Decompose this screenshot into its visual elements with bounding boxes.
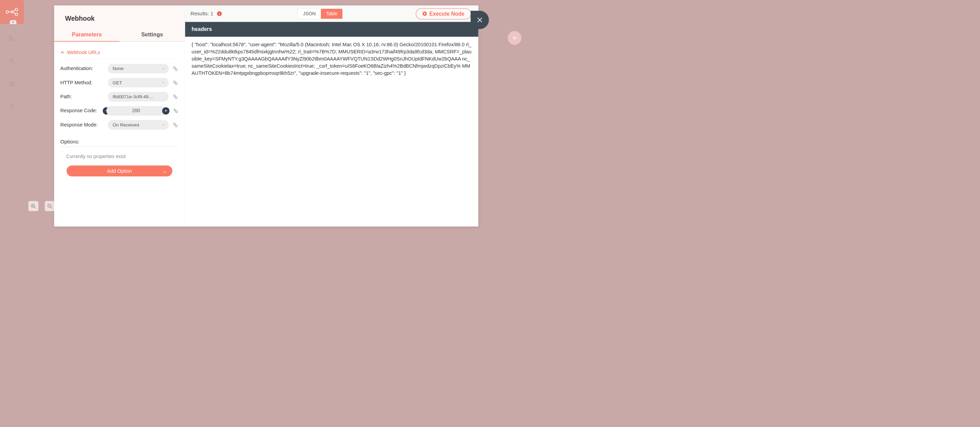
gear-icon bbox=[172, 80, 178, 86]
node-title: Webhook bbox=[65, 14, 174, 22]
panel-tabs: Parameters Settings bbox=[54, 28, 185, 42]
svg-point-21 bbox=[11, 109, 13, 110]
response-mode-label: Response Mode: bbox=[60, 122, 108, 128]
zoom-in-button[interactable] bbox=[28, 201, 38, 211]
response-mode-options[interactable] bbox=[172, 122, 179, 128]
svg-point-18 bbox=[9, 82, 10, 83]
zoom-controls bbox=[28, 201, 55, 211]
response-code-label: Response Code: bbox=[60, 108, 103, 114]
gear-icon bbox=[173, 108, 179, 114]
svg-point-20 bbox=[9, 85, 10, 86]
plus-icon bbox=[511, 35, 517, 41]
svg-line-14 bbox=[13, 62, 14, 63]
zoom-out-button[interactable] bbox=[45, 201, 55, 211]
options-empty-text: Currently no properties exist bbox=[60, 149, 179, 163]
response-code-input[interactable] bbox=[107, 106, 166, 116]
response-mode-select[interactable]: On Received ▾ bbox=[108, 120, 169, 130]
node-editor-modal: Webhook Parameters Settings Webhook URLs… bbox=[54, 5, 479, 226]
increment-button[interactable]: + bbox=[162, 107, 169, 114]
add-node-button[interactable] bbox=[508, 31, 521, 44]
list-icon bbox=[9, 81, 15, 87]
gear-icon bbox=[172, 94, 178, 100]
webhook-urls-section[interactable]: Webhook URLs bbox=[60, 48, 179, 59]
http-method-label: HTTP Method: bbox=[60, 80, 108, 86]
authentication-label: Authentication: bbox=[60, 66, 108, 71]
section-label: Webhook URLs bbox=[67, 50, 100, 56]
results-count: Results: 1 bbox=[191, 11, 213, 17]
zoom-in-icon bbox=[30, 203, 36, 209]
http-method-select[interactable]: GET ▾ bbox=[108, 78, 169, 87]
app-logo[interactable] bbox=[0, 0, 24, 24]
svg-point-3 bbox=[11, 11, 13, 13]
n8n-logo-icon bbox=[5, 7, 18, 16]
chevron-up-icon bbox=[60, 50, 64, 54]
key-icon bbox=[9, 58, 14, 64]
view-toggle: JSON Table bbox=[298, 8, 343, 19]
authentication-select[interactable]: None ▾ bbox=[108, 64, 169, 73]
view-json-button[interactable]: JSON bbox=[298, 9, 321, 19]
sidebar-credentials-icon[interactable] bbox=[8, 57, 15, 65]
authentication-row: Authentication: None ▾ bbox=[60, 64, 179, 73]
response-code-options[interactable] bbox=[173, 108, 179, 114]
svg-line-27 bbox=[51, 207, 52, 208]
authentication-options[interactable] bbox=[172, 65, 179, 72]
response-code-stepper: − + bbox=[103, 106, 169, 116]
parameters-panel: Webhook Parameters Settings Webhook URLs… bbox=[54, 5, 185, 226]
close-icon bbox=[476, 16, 483, 24]
path-row: Path: f6d0071e-3cf9-49… bbox=[60, 92, 179, 101]
svg-rect-7 bbox=[9, 36, 11, 37]
svg-point-0 bbox=[6, 11, 9, 13]
add-option-button[interactable]: Add Option ⌄ bbox=[67, 165, 172, 176]
svg-line-5 bbox=[13, 10, 15, 11]
chevron-right-icon bbox=[11, 21, 14, 24]
info-icon[interactable]: i bbox=[217, 11, 222, 16]
sidebar-expand-button[interactable] bbox=[10, 20, 16, 24]
svg-point-12 bbox=[10, 59, 12, 62]
zoom-out-icon bbox=[47, 203, 53, 209]
sidebar-help-icon[interactable] bbox=[8, 103, 15, 111]
chevron-down-icon: ▾ bbox=[163, 123, 164, 127]
svg-rect-8 bbox=[13, 39, 14, 41]
path-label: Path: bbox=[60, 94, 108, 100]
chevron-down-icon: ▾ bbox=[163, 67, 164, 70]
app-sidebar bbox=[0, 0, 24, 230]
svg-point-2 bbox=[15, 13, 18, 16]
path-input[interactable]: f6d0071e-3cf9-49… bbox=[108, 92, 169, 101]
gear-icon bbox=[172, 122, 178, 128]
sidebar-workflow-icon[interactable] bbox=[8, 35, 15, 42]
response-mode-row: Response Mode: On Received ▾ bbox=[60, 120, 179, 130]
question-icon bbox=[10, 104, 14, 110]
result-data-cell: { "host": "localhost:5678", "user-agent"… bbox=[185, 37, 479, 81]
results-panel: Results: 1 i JSON Table Execute Node hea… bbox=[185, 5, 479, 226]
close-button[interactable] bbox=[471, 11, 489, 29]
svg-rect-9 bbox=[9, 39, 11, 41]
execute-node-button[interactable]: Execute Node bbox=[416, 8, 471, 19]
play-icon bbox=[422, 11, 427, 16]
svg-point-19 bbox=[9, 84, 10, 85]
gear-icon bbox=[172, 66, 178, 71]
svg-line-23 bbox=[34, 207, 35, 208]
tab-settings[interactable]: Settings bbox=[119, 28, 185, 42]
http-method-options[interactable] bbox=[172, 79, 179, 86]
sidebar-executions-icon[interactable] bbox=[8, 80, 15, 87]
chevron-down-icon: ▾ bbox=[163, 81, 164, 84]
view-table-button[interactable]: Table bbox=[321, 9, 342, 19]
column-header: headers bbox=[185, 22, 479, 37]
response-code-row: Response Code: − + bbox=[60, 106, 179, 116]
svg-point-1 bbox=[15, 8, 18, 11]
svg-line-6 bbox=[13, 13, 15, 14]
options-header: Options: bbox=[60, 139, 179, 146]
path-options[interactable] bbox=[172, 94, 179, 100]
chevron-down-icon: ⌄ bbox=[163, 168, 167, 174]
http-method-row: HTTP Method: GET ▾ bbox=[60, 78, 179, 87]
tab-parameters[interactable]: Parameters bbox=[54, 28, 119, 42]
sidebar-nav bbox=[0, 24, 24, 111]
results-header: Results: 1 i JSON Table Execute Node bbox=[185, 5, 479, 22]
